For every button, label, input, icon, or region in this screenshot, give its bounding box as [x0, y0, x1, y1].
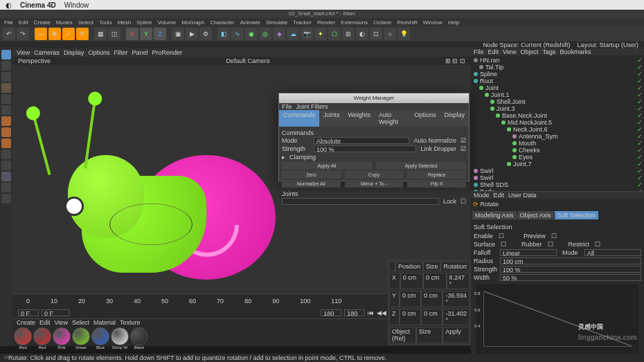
mograph-icon[interactable]: ⬡ — [328, 28, 341, 40]
menu-create[interactable]: Create — [17, 319, 35, 326]
menu-file[interactable]: File — [282, 103, 292, 110]
menu-view[interactable]: View — [17, 49, 30, 56]
tab-options[interactable]: Options — [410, 110, 440, 127]
tool-btn[interactable]: ◫ — [108, 28, 120, 40]
tree-item-mid-neckjoint-5[interactable]: Mid.NeckJoint.5✓ — [472, 119, 643, 126]
menu-object[interactable]: Object — [520, 48, 538, 55]
clamping-toggle[interactable]: Clamping — [289, 154, 316, 161]
strength-input[interactable]: 100 % — [314, 145, 416, 152]
menu-edit[interactable]: Edit — [39, 319, 51, 326]
tool-btn[interactable]: ⊡ — [370, 28, 382, 40]
menu-render[interactable]: Render — [317, 19, 335, 26]
tree-item-hn-ran[interactable]: HN.ran✓ — [472, 57, 643, 64]
menu-extensions[interactable]: Extensions — [341, 19, 368, 26]
tree-item-joint-3[interactable]: Joint.3✓ — [472, 105, 643, 112]
light-icon[interactable]: ✦ — [314, 28, 327, 40]
env-icon[interactable]: ☁ — [287, 28, 299, 40]
end-frame-b[interactable]: 180 F — [344, 309, 365, 316]
mode-btn[interactable] — [1, 72, 11, 82]
apply-button[interactable]: Apply — [442, 327, 469, 343]
tree-item-mouth[interactable]: Mouth✓ — [472, 140, 643, 147]
menu-joint-filters[interactable]: Joint Filters — [296, 103, 328, 110]
material-pink[interactable]: Pink — [53, 327, 71, 350]
app-name[interactable]: Cinema 4D — [20, 1, 56, 9]
model-mode[interactable] — [1, 50, 11, 60]
menu-display[interactable]: Display — [64, 49, 84, 56]
menu-file[interactable]: File — [474, 48, 484, 55]
material-black[interactable]: Black — [130, 327, 148, 350]
tree-item-swirl[interactable]: Swirl✓ — [472, 168, 643, 174]
menu-select[interactable]: Select — [78, 19, 93, 26]
menu-tools[interactable]: Tools — [99, 19, 112, 26]
menu-spline[interactable]: Spline — [136, 19, 152, 26]
menu-prorender[interactable]: ProRender — [152, 49, 182, 56]
undo-button[interactable]: ↶ — [3, 28, 15, 40]
current-frame[interactable]: 0 F — [42, 309, 69, 316]
falloff-graph[interactable]: 0.8 0.6 0.4 — [476, 284, 638, 354]
camera-icon[interactable]: 📷 — [301, 28, 313, 40]
tree-item-tal-tip[interactable]: Tal.Tip✓ — [472, 64, 643, 71]
dialog-titlebar[interactable]: Weight Manager — [279, 93, 469, 103]
material-blue[interactable]: Blue — [91, 327, 109, 350]
axis-btn[interactable] — [1, 172, 11, 181]
deformer-icon[interactable]: ◈ — [273, 28, 285, 40]
menu-edit[interactable]: Edit — [488, 48, 499, 55]
redo-button[interactable]: ↷ — [17, 28, 29, 40]
menu-volume[interactable]: Volume — [157, 19, 176, 26]
tab-commands[interactable]: Commands — [279, 110, 319, 127]
mode-btn[interactable] — [1, 194, 11, 203]
tool-btn[interactable]: ☼ — [384, 28, 396, 40]
copy-button[interactable]: Copy — [345, 171, 404, 179]
tab-soft-selection[interactable]: Soft Selection — [555, 211, 599, 219]
menu-select[interactable]: Select — [72, 319, 89, 326]
mode-btn[interactable] — [1, 183, 11, 192]
menu-window[interactable]: Window — [422, 19, 442, 26]
end-frame-a[interactable]: 180 F — [321, 309, 341, 316]
menu-user-data[interactable]: User Data — [508, 192, 537, 199]
mode-select[interactable]: Absolute — [314, 137, 409, 144]
menu-view[interactable]: View — [503, 48, 516, 55]
menu-view[interactable]: View — [55, 319, 68, 326]
menu-animate[interactable]: Animate — [240, 19, 260, 26]
material-red[interactable]: Red — [33, 327, 51, 350]
tool-btn[interactable]: ◐ — [356, 28, 368, 40]
move-tool[interactable]: ✥ — [48, 28, 61, 40]
apply-all-button[interactable]: Apply All — [282, 162, 372, 170]
mode-btn[interactable] — [1, 94, 11, 104]
y-axis[interactable]: Y — [140, 28, 152, 40]
tree-item-eyes[interactable]: Eyes✓ — [472, 154, 643, 161]
tree-item-joint-7[interactable]: Joint.7✓ — [472, 161, 643, 168]
tab-joints[interactable]: Joints — [319, 110, 344, 127]
menu-mode[interactable]: Mode — [474, 192, 490, 199]
select-tool[interactable]: ▭ — [35, 28, 47, 40]
material-red[interactable]: Red — [14, 327, 32, 350]
tool-btn[interactable]: ⚙ — [199, 28, 212, 40]
rotate-tool[interactable]: ⟳ — [76, 28, 89, 40]
point-mode[interactable] — [1, 116, 11, 126]
mirror-button[interactable]: Mirror + To - — [345, 180, 404, 188]
rotation-gizmo[interactable] — [109, 203, 193, 245]
tree-item-base-neck-joint[interactable]: Base.Neck.Joint✓ — [472, 112, 643, 119]
tree-item-joint[interactable]: Joint✓ — [472, 84, 643, 91]
window-menu[interactable]: Window — [64, 1, 89, 9]
menu-bookmarks[interactable]: Bookmarks — [560, 48, 591, 55]
texture-mode[interactable] — [1, 83, 11, 93]
menu-texture[interactable]: Texture — [120, 319, 141, 326]
link-dropper-check[interactable]: ☑ — [460, 145, 466, 152]
tab-auto-weight[interactable]: Auto Weight — [375, 110, 411, 127]
size-mode-select[interactable]: Size — [416, 327, 443, 343]
tree-item-shell-sds[interactable]: Shell SDS✓ — [472, 181, 643, 188]
scale-tool[interactable]: ⤢ — [62, 28, 75, 40]
nurbs-icon[interactable]: ◉ — [245, 28, 258, 40]
tree-item-cheeks[interactable]: Cheeks✓ — [472, 147, 643, 154]
menu-material[interactable]: Material — [93, 319, 116, 326]
weight-manager-dialog[interactable]: Weight Manager FileJoint Filters Command… — [278, 93, 469, 181]
menu-edit[interactable]: Edit — [19, 19, 28, 26]
object-hierarchy[interactable]: HN.ran✓Tal.Tip✓Spline✓Root✓Joint✓Joint.1… — [471, 55, 644, 191]
auto-norm-check[interactable]: ☑ — [460, 137, 466, 144]
material-green[interactable]: Green — [72, 327, 90, 350]
joints-slider[interactable] — [282, 198, 439, 205]
edge-mode[interactable] — [1, 127, 11, 137]
tab-weights[interactable]: Weights — [344, 110, 375, 127]
mode-btn[interactable] — [1, 61, 11, 71]
